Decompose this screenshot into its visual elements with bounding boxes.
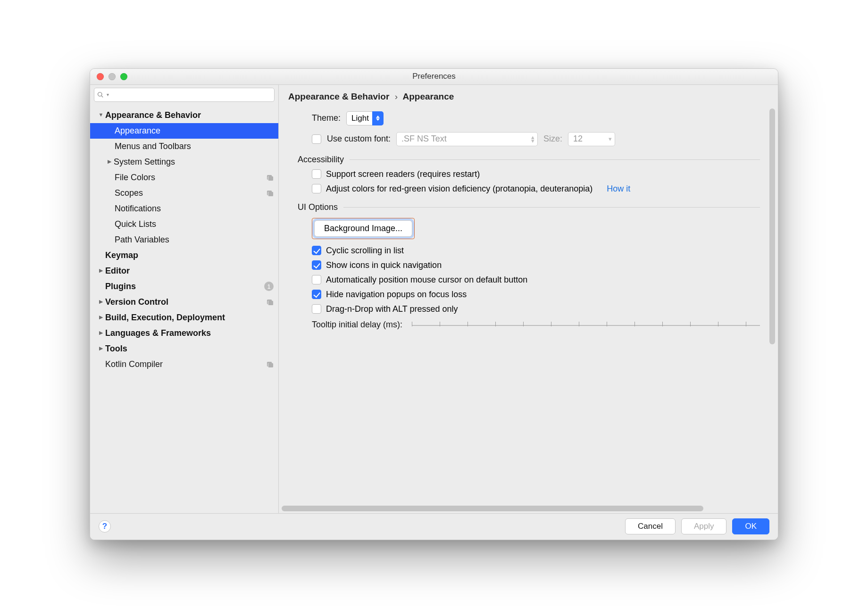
sidebar-item[interactable]: File Colors: [90, 170, 278, 185]
use-custom-font-label: Use custom font:: [327, 134, 391, 144]
sidebar-item-label: Menus and Toolbars: [115, 142, 274, 151]
color-deficiency-checkbox[interactable]: [312, 184, 321, 193]
window-title: Preferences: [90, 72, 778, 81]
vertical-scrollbar[interactable]: [769, 107, 778, 506]
accessibility-header: Accessibility: [298, 155, 760, 165]
sidebar-item[interactable]: Quick Lists: [90, 217, 278, 232]
horizontal-scrollbar[interactable]: [282, 506, 772, 513]
sidebar-item[interactable]: ▶Tools: [90, 341, 278, 357]
search-history-chevron-icon[interactable]: ▾: [107, 92, 109, 97]
cancel-button[interactable]: Cancel: [625, 518, 676, 534]
tooltip-delay-slider[interactable]: [412, 320, 760, 331]
tooltip-delay-label: Tooltip initial delay (ms):: [312, 320, 402, 330]
how-it-works-link[interactable]: How it: [607, 184, 630, 194]
theme-label: Theme:: [312, 113, 341, 123]
breadcrumb: Appearance & Behavior › Appearance: [279, 85, 778, 107]
sidebar-item[interactable]: ▶Editor: [90, 263, 278, 279]
sidebar-item-label: Plugins: [105, 282, 264, 292]
sidebar-item-label: System Settings: [114, 157, 274, 167]
plugins-update-badge: 1: [264, 282, 274, 291]
drag-n-drop-alt-checkbox[interactable]: [312, 304, 321, 314]
chevron-down-icon[interactable]: ▼: [98, 112, 104, 117]
ui-options-header-label: UI Options: [298, 202, 338, 212]
hide-popups-checkbox[interactable]: [312, 290, 321, 299]
sidebar-item-label: Notifications: [115, 204, 274, 214]
sidebar-item-label: Appearance & Behavior: [105, 110, 274, 120]
sidebar-item-label: Quick Lists: [115, 219, 274, 229]
screen-readers-label: Support screen readers (requires restart…: [326, 169, 480, 179]
drag-n-drop-alt-label: Drag-n-Drop with ALT pressed only: [326, 304, 458, 314]
sidebar-item-label: Tools: [105, 344, 274, 354]
chevron-right-icon[interactable]: ▶: [98, 330, 104, 336]
breadcrumb-root[interactable]: Appearance & Behavior: [288, 92, 389, 101]
cyclic-scrolling-checkbox[interactable]: [312, 246, 321, 255]
sidebar-item-label: Appearance: [115, 126, 274, 136]
per-project-icon: [266, 360, 274, 368]
sidebar-item-label: Languages & Frameworks: [105, 328, 274, 338]
sidebar-item[interactable]: Kotlin Compiler: [90, 357, 278, 372]
chevron-down-icon: ▾: [609, 137, 612, 141]
sidebar-item[interactable]: Plugins1: [90, 279, 278, 294]
sidebar-item[interactable]: ▶Languages & Frameworks: [90, 325, 278, 341]
chevron-right-icon[interactable]: ▶: [98, 314, 104, 320]
per-project-icon: [266, 174, 274, 181]
search-input[interactable]: ▾: [94, 88, 275, 102]
sidebar-item-label: Scopes: [115, 188, 266, 198]
per-project-icon: [266, 189, 274, 197]
sidebar: ▾ ▼Appearance & BehaviorAppearanceMenus …: [90, 85, 279, 513]
sidebar-item[interactable]: ▼Appearance & Behavior: [90, 108, 278, 123]
content: Theme: Light Use custom font:: [279, 107, 769, 506]
body: ▾ ▼Appearance & BehaviorAppearanceMenus …: [90, 85, 778, 513]
background-image-button[interactable]: Background Image...: [314, 220, 412, 237]
sidebar-item-label: Kotlin Compiler: [105, 359, 266, 369]
vertical-scrollbar-thumb[interactable]: [769, 108, 775, 344]
sidebar-item-label: Editor: [105, 266, 274, 276]
breadcrumb-separator-icon: ›: [392, 92, 401, 101]
sidebar-item[interactable]: ▶Version Control: [90, 294, 278, 310]
section-divider: [343, 207, 760, 208]
cyclic-scrolling-label: Cyclic scrolling in list: [326, 246, 404, 256]
background-image-highlight: Background Image...: [312, 218, 415, 239]
font-size-label: Size:: [543, 134, 562, 144]
show-icons-checkbox[interactable]: [312, 260, 321, 270]
sidebar-item[interactable]: ▶Build, Execution, Deployment: [90, 310, 278, 325]
use-custom-font-checkbox[interactable]: [312, 134, 321, 144]
footer: ? Cancel Apply OK: [90, 513, 778, 540]
sidebar-item[interactable]: Scopes: [90, 185, 278, 201]
section-divider: [350, 159, 760, 160]
sidebar-item[interactable]: Path Variables: [90, 232, 278, 248]
chevron-right-icon[interactable]: ▶: [98, 267, 104, 274]
settings-tree[interactable]: ▼Appearance & BehaviorAppearanceMenus an…: [90, 105, 278, 513]
sidebar-item[interactable]: Keymap: [90, 248, 278, 263]
theme-select[interactable]: Light: [346, 111, 384, 125]
sidebar-item-label: Build, Execution, Deployment: [105, 313, 274, 323]
per-project-icon: [266, 298, 274, 306]
auto-position-cursor-label: Automatically position mouse cursor on d…: [326, 275, 527, 285]
chevron-right-icon[interactable]: ▶: [106, 158, 113, 165]
ui-options-header: UI Options: [298, 202, 760, 212]
horizontal-scrollbar-thumb[interactable]: [282, 506, 703, 511]
sidebar-item[interactable]: ▶System Settings: [90, 154, 278, 170]
ok-button[interactable]: OK: [732, 518, 769, 534]
apply-button[interactable]: Apply: [681, 518, 727, 534]
chevron-right-icon[interactable]: ▶: [98, 299, 104, 305]
sidebar-item-label: Keymap: [105, 250, 274, 260]
accessibility-header-label: Accessibility: [298, 155, 344, 165]
sidebar-item-label: Version Control: [105, 297, 266, 307]
stepper-icon: ▴▾: [531, 135, 534, 143]
sidebar-item[interactable]: Notifications: [90, 201, 278, 217]
search-icon: [97, 92, 104, 98]
color-deficiency-label: Adjust colors for red-green vision defic…: [326, 184, 593, 194]
sidebar-item[interactable]: Appearance: [90, 123, 278, 139]
font-family-select[interactable]: .SF NS Text ▴▾: [396, 132, 538, 146]
auto-position-cursor-checkbox[interactable]: [312, 275, 321, 284]
help-button[interactable]: ?: [99, 520, 111, 533]
font-size-select[interactable]: 12 ▾: [568, 132, 615, 146]
screen-readers-checkbox[interactable]: [312, 169, 321, 179]
sidebar-item-label: Path Variables: [115, 235, 274, 245]
chevron-right-icon[interactable]: ▶: [98, 345, 104, 351]
main-panel: Appearance & Behavior › Appearance Theme…: [279, 85, 778, 513]
font-size-value: 12: [573, 134, 583, 144]
sidebar-item[interactable]: Menus and Toolbars: [90, 139, 278, 154]
titlebar: Preferences: [90, 69, 778, 85]
